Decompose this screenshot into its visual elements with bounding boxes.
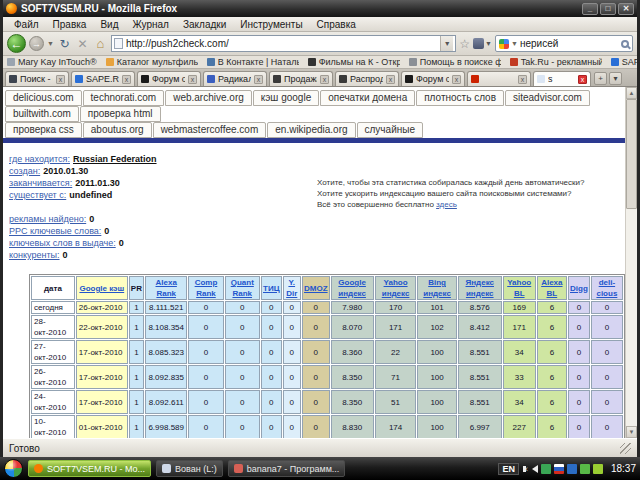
new-tab-button[interactable]: +	[594, 72, 607, 85]
site-tab[interactable]: проверка html	[80, 106, 161, 122]
info-value[interactable]: Russian Federation	[73, 154, 157, 164]
site-tab[interactable]: проверка css	[5, 122, 82, 138]
browser-tab[interactable]: Продажа, о...x	[269, 71, 333, 86]
bookmark-item[interactable]: В Контакте | Наталь...	[207, 57, 299, 67]
site-tab[interactable]: кэш google	[253, 90, 319, 106]
browser-tab[interactable]: Радикал-Ф...x	[203, 71, 267, 86]
tab-close-icon[interactable]: x	[122, 75, 131, 84]
scroll-up-icon[interactable]: ▲	[626, 87, 637, 99]
tab-close-icon[interactable]: x	[578, 75, 587, 84]
menu-item[interactable]: Инструменты	[233, 19, 309, 30]
history-dropdown-icon[interactable]: ▼	[47, 40, 54, 47]
forward-button[interactable]: →	[29, 36, 44, 51]
menu-item[interactable]: Закладки	[176, 19, 233, 30]
info-label-link[interactable]: PPC ключевые слова:	[9, 226, 101, 236]
table-header-link[interactable]: Digg	[570, 284, 588, 293]
bookmark-item[interactable]: Помощь в поиске фи...	[409, 57, 501, 67]
table-header-link[interactable]: Alexa BL	[541, 278, 562, 298]
language-indicator[interactable]: EN	[498, 463, 519, 475]
info-label-link[interactable]: создан:	[9, 166, 40, 176]
vertical-scrollbar[interactable]: ▲ ▼	[625, 87, 637, 438]
table-header-link[interactable]: Yahoo индекс	[382, 278, 410, 298]
table-header-link[interactable]: Y. Dir	[286, 278, 297, 298]
bookmark-star-icon[interactable]: ☆	[459, 37, 470, 51]
table-header-link[interactable]: ТИЦ	[263, 284, 279, 293]
info-label-link[interactable]: конкуренты:	[9, 250, 60, 260]
menu-item[interactable]: Вид	[93, 19, 125, 30]
search-magnifier-icon[interactable]	[621, 40, 629, 48]
list-tabs-icon[interactable]: ▾	[609, 72, 622, 85]
extension-button[interactable]: ▼	[473, 38, 492, 49]
flag-ru-icon[interactable]	[554, 464, 564, 474]
url-dropdown-icon[interactable]: ▼	[440, 36, 453, 51]
menu-item[interactable]: Справка	[310, 19, 363, 30]
site-tab[interactable]: плотность слов	[416, 90, 504, 106]
bookmark-item[interactable]: Mary Kay InTouch®	[7, 57, 97, 67]
bookmark-item[interactable]: Каталог мультфильм...	[106, 57, 198, 67]
site-tab[interactable]: en.wikipedia.org	[267, 122, 355, 138]
scroll-down-icon[interactable]: ▼	[626, 426, 637, 438]
taskbar-button[interactable]: SOFT7VSEM.RU - Mo...	[28, 460, 151, 477]
tab-close-icon[interactable]: x	[518, 75, 527, 84]
table-header-link[interactable]: deli- cious	[596, 278, 617, 298]
volume-icon[interactable]	[532, 465, 538, 473]
site-tab[interactable]: web.archive.org	[165, 90, 252, 106]
bookmark-item[interactable]: Tak.Ru - рекламный ...	[510, 57, 602, 67]
site-tab[interactable]: technorati.com	[83, 90, 165, 106]
antivirus-icon[interactable]	[541, 464, 551, 474]
browser-tab[interactable]: Форум о по...x	[401, 71, 465, 86]
tab-close-icon[interactable]: x	[386, 75, 395, 84]
info-label-link[interactable]: рекламы найдено:	[9, 214, 86, 224]
info-label-link[interactable]: существует с:	[9, 190, 66, 200]
table-header-link[interactable]: DMOZ	[304, 284, 328, 293]
tab-close-icon[interactable]: x	[254, 75, 263, 84]
search-input[interactable]: нерисей	[520, 38, 619, 49]
taskbar-button[interactable]: banana7 - Программ...	[228, 460, 346, 477]
table-header-link[interactable]: Alexa Rank	[156, 278, 177, 298]
site-tab[interactable]: webmastercoffee.com	[153, 122, 267, 138]
close-button[interactable]: ✕	[618, 3, 634, 15]
table-header-link[interactable]: Google кэш	[79, 284, 124, 293]
site-tab[interactable]: случайные	[357, 122, 423, 138]
browser-tab[interactable]: Поиск - отп...x	[5, 71, 69, 86]
network-icon[interactable]	[567, 464, 577, 474]
shield-icon[interactable]	[580, 464, 590, 474]
site-tab[interactable]: delicious.com	[5, 90, 82, 106]
url-bar[interactable]: http://push2check.com/ ▼	[111, 35, 456, 52]
table-header-link[interactable]: Quant Rank	[231, 278, 254, 298]
menu-item[interactable]: Журнал	[125, 19, 176, 30]
stop-icon[interactable]: ✕	[75, 37, 90, 51]
table-header-link[interactable]: Bing индекс	[423, 278, 451, 298]
maximize-button[interactable]: □	[600, 3, 616, 15]
search-engine-dropdown-icon[interactable]: ▼	[511, 40, 518, 47]
browser-tab[interactable]: x	[467, 71, 531, 86]
site-tab[interactable]: siteadvisor.com	[505, 90, 590, 106]
taskbar-button[interactable]: Вован (L:)	[156, 460, 223, 477]
site-tab[interactable]: builtwith.com	[5, 106, 79, 122]
promo-here-link[interactable]: здесь	[436, 200, 457, 209]
browser-tab[interactable]: SAPE.RU - п...x	[71, 71, 135, 86]
info-label-link[interactable]: заканчивается:	[9, 178, 72, 188]
tab-close-icon[interactable]: x	[56, 75, 65, 84]
title-bar[interactable]: SOFT7VSEM.RU - Mozilla Firefox _ □ ✕	[3, 0, 637, 17]
info-label-link[interactable]: где находится:	[9, 154, 70, 164]
minimize-button[interactable]: _	[582, 3, 598, 15]
table-header-link[interactable]: Comp Rank	[195, 278, 218, 298]
table-header-link[interactable]: Yahoo BL	[507, 278, 531, 298]
site-tab[interactable]: опечатки домена	[320, 90, 415, 106]
bookmark-item[interactable]: Фильмы на К - Откр...	[308, 57, 400, 67]
home-icon[interactable]: ⌂	[93, 36, 108, 51]
browser-tab[interactable]: sx	[533, 71, 591, 86]
back-button[interactable]: ←	[7, 34, 26, 53]
tab-close-icon[interactable]: x	[452, 75, 461, 84]
tab-close-icon[interactable]: x	[320, 75, 329, 84]
tab-close-icon[interactable]: x	[188, 75, 197, 84]
bookmark-item[interactable]: SAPE.RU - покупка и ...	[611, 57, 637, 67]
menu-item[interactable]: Правка	[46, 19, 94, 30]
browser-tab[interactable]: Форум о по...x	[137, 71, 201, 86]
site-tab[interactable]: aboutus.org	[83, 122, 152, 138]
resize-grip[interactable]	[620, 443, 631, 454]
search-box[interactable]: ▼ нерисей	[495, 35, 633, 52]
start-button[interactable]	[4, 459, 23, 478]
url-text[interactable]: http://push2check.com/	[126, 38, 437, 49]
